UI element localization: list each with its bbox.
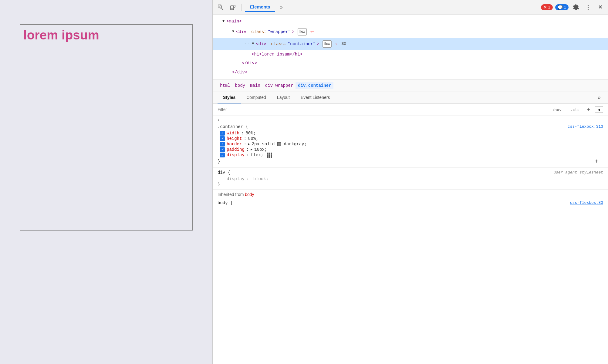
settings-icon[interactable] <box>571 2 581 12</box>
wrapper-flex-badge[interactable]: flex <box>298 28 307 35</box>
force-state-button[interactable]: ◀ <box>595 106 603 113</box>
border-checkbox[interactable] <box>220 142 225 147</box>
sub-tabs-more[interactable]: » <box>595 93 603 102</box>
tab-layout[interactable]: Layout <box>272 92 295 103</box>
height-checkbox[interactable] <box>220 136 225 141</box>
flex-grid-icon[interactable] <box>267 153 272 158</box>
svg-rect-0 <box>218 5 221 8</box>
red-arrow-container: ← <box>335 39 339 49</box>
div-selector-line: div { user agent stylesheet <box>218 170 603 175</box>
wrapper-attr-value: "wrapper" <box>268 28 291 36</box>
more-tabs-button[interactable]: » <box>278 3 285 11</box>
css-prop-height: height : 80%; <box>218 136 603 141</box>
tree-arrow: ▼ <box>252 41 254 47</box>
display-checkbox[interactable] <box>220 153 225 157</box>
elements-tab[interactable]: Elements <box>245 2 275 12</box>
device-icon[interactable] <box>228 2 238 12</box>
container-open: <div <box>256 40 266 48</box>
filter-input[interactable] <box>218 107 547 112</box>
container-attr-name: class= <box>271 40 286 48</box>
error-badge[interactable]: ✕ 1 <box>541 4 553 10</box>
breadcrumb-html[interactable]: html <box>218 82 233 89</box>
cls-button[interactable]: .cls <box>567 106 583 113</box>
css-prop-display-ua: display : block; <box>218 176 603 182</box>
body-rule-partial: body { css-flexbox:83 <box>213 199 608 208</box>
tree-container-tag[interactable]: ··· ▼ <div class="container" > flex ← $0 <box>213 38 608 50</box>
main-tag: <main> <box>226 18 242 25</box>
inspect-icon[interactable] <box>216 2 225 12</box>
html-tree: ▼ <main> ▼ <div class="wrapper" > flex ←… <box>213 15 608 79</box>
tab-styles[interactable]: Styles <box>218 92 241 103</box>
width-prop-name: width <box>227 131 239 136</box>
ua-colon: : <box>246 177 252 181</box>
ua-stylesheet-label: user agent stylesheet <box>553 170 603 175</box>
container-attr-value: "container" <box>288 40 316 48</box>
breadcrumb-container[interactable]: div.container <box>296 82 333 89</box>
tree-arrow: ▼ <box>232 29 234 35</box>
width-checkbox[interactable] <box>220 131 225 136</box>
inherited-element[interactable]: body <box>245 192 254 197</box>
container-source[interactable]: css-flexbox:313 <box>568 124 603 129</box>
svg-rect-3 <box>231 6 234 10</box>
padding-prop-value: 10px; <box>254 147 267 152</box>
tree-close-div1[interactable]: </div> <box>213 59 608 68</box>
wrapper-attr-name: class= <box>251 28 266 36</box>
message-badge[interactable]: 💬 1 <box>555 4 569 10</box>
more-menu-icon[interactable]: ⋮ <box>583 2 593 12</box>
body-selector-line: body { css-flexbox:83 <box>218 201 603 205</box>
container-close-brace: } <box>218 159 220 164</box>
close-div2: </div> <box>232 69 247 76</box>
add-rule-icon[interactable]: + <box>585 106 592 114</box>
tab-computed[interactable]: Computed <box>241 92 272 103</box>
filter-bar: :hov .cls + ◀ <box>213 104 608 116</box>
container-rule-close-line: } + <box>218 158 603 165</box>
border-colon: : <box>244 142 246 147</box>
padding-prop-name: padding <box>227 147 245 152</box>
div-selector: div { <box>218 170 230 175</box>
add-property-button[interactable]: + <box>595 158 598 165</box>
tab-event-listeners[interactable]: Event Listeners <box>295 92 336 103</box>
padding-expand-arrow[interactable]: ▶ <box>251 148 252 151</box>
red-arrow-wrapper: ← <box>310 26 314 37</box>
inherited-from-label: Inherited from body <box>213 189 608 199</box>
body-selector: body { <box>218 201 233 205</box>
wrapper-close-bracket: > <box>292 28 294 36</box>
css-prop-width: width : 80%; <box>218 130 603 136</box>
container-flex-badge[interactable]: flex <box>323 40 332 48</box>
css-prop-border: border : ▶ 2px solid darkgray; <box>218 141 603 147</box>
body-source[interactable]: css-flexbox:83 <box>570 201 603 205</box>
css-prop-padding: padding : ▶ 10px; <box>218 147 603 152</box>
height-prop-value: 80%; <box>248 136 258 141</box>
breadcrumb-wrapper[interactable]: div.wrapper <box>263 82 296 89</box>
breadcrumb-main[interactable]: main <box>248 82 263 89</box>
ua-display-prop: display <box>227 177 245 181</box>
border-prop-value: 2px solid <box>252 142 275 147</box>
padding-checkbox[interactable] <box>220 147 225 152</box>
width-colon: : <box>241 131 244 136</box>
styles-partial-line: , <box>213 116 608 122</box>
container-rule-block: .container { css-flexbox:313 width : 80%… <box>213 122 608 168</box>
breadcrumb-body[interactable]: body <box>233 82 248 89</box>
border-expand-arrow[interactable]: ▶ <box>248 142 250 146</box>
webpage-preview: lorem ipsum <box>0 0 212 364</box>
h1-tag: <h1>lorem ipsum</h1> <box>252 51 302 58</box>
div-rule-block: div { user agent stylesheet display : bl… <box>213 168 608 189</box>
tree-arrow: ▼ <box>222 18 225 25</box>
breadcrumb: html body main div.wrapper div.container <box>213 79 608 92</box>
tree-close-div2[interactable]: </div> <box>213 68 608 77</box>
height-prop-name: height <box>227 136 242 141</box>
hov-button[interactable]: :hov <box>549 106 565 113</box>
close-button[interactable]: ✕ <box>595 2 605 12</box>
div-close-brace: } <box>218 182 220 187</box>
tree-wrapper-tag[interactable]: ▼ <div class="wrapper" > flex ← <box>213 26 608 38</box>
styles-content: , .container { css-flexbox:313 width : 8… <box>213 116 608 364</box>
display-prop-name: display <box>227 153 245 157</box>
tree-main-tag[interactable]: ▼ <main> <box>213 17 608 26</box>
padding-colon: : <box>246 147 249 152</box>
darkgray-swatch[interactable] <box>277 142 281 146</box>
tree-h1-tag[interactable]: <h1>lorem ipsum</h1> <box>213 50 608 59</box>
close-div1: </div> <box>242 59 257 67</box>
css-prop-display: display : flex; <box>218 152 603 158</box>
devtools-panel: Elements » ✕ 1 💬 1 ⋮ ✕ <box>212 0 608 364</box>
error-icon: ✕ <box>543 5 547 10</box>
